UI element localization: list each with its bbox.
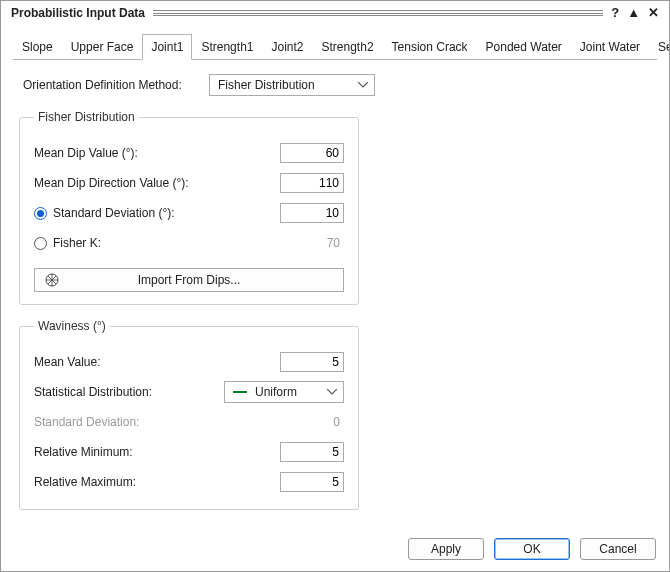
waviness-group-legend: Waviness (°) (34, 319, 110, 333)
fisher-k-option[interactable]: Fisher K: (34, 236, 272, 250)
chevron-down-icon (358, 82, 368, 88)
tab-strip: SlopeUpper FaceJoint1Strength1Joint2Stre… (1, 28, 669, 60)
titlebar-divider (153, 10, 603, 16)
mean-dip-dir-input[interactable] (280, 173, 344, 193)
dialog-footer: Apply OK Cancel (408, 538, 656, 560)
waviness-dist-value: Uniform (255, 385, 297, 399)
mean-dip-input[interactable] (280, 143, 344, 163)
waviness-group: Waviness (°) Mean Value: Statistical Dis… (19, 319, 359, 510)
fisher-group-legend: Fisher Distribution (34, 110, 139, 124)
tab-strength2[interactable]: Strength2 (313, 34, 383, 60)
waviness-relmin-label: Relative Minimum: (34, 445, 272, 459)
orientation-method-value: Fisher Distribution (218, 78, 315, 92)
apply-button[interactable]: Apply (408, 538, 484, 560)
window-title: Probabilistic Input Data (11, 6, 145, 20)
tab-joint-water[interactable]: Joint Water (571, 34, 649, 60)
import-from-dips-button[interactable]: Import From Dips... (34, 268, 344, 292)
tab-tension-crack[interactable]: Tension Crack (383, 34, 477, 60)
uniform-swatch-icon (233, 391, 247, 393)
waviness-relmax-input[interactable] (280, 472, 344, 492)
dips-icon (45, 273, 59, 287)
waviness-mean-input[interactable] (280, 352, 344, 372)
std-dev-radio-icon (34, 207, 47, 220)
waviness-dist-label: Statistical Distribution: (34, 385, 216, 399)
orientation-method-label: Orientation Definition Method: (19, 78, 209, 92)
tab-joint2[interactable]: Joint2 (262, 34, 312, 60)
ok-button[interactable]: OK (494, 538, 570, 560)
fisher-k-radio-icon (34, 237, 47, 250)
tab-strength1[interactable]: Strength1 (192, 34, 262, 60)
chevron-down-icon (327, 389, 337, 395)
tab-joint1[interactable]: Joint1 (142, 34, 192, 60)
fisher-k-value: 70 (280, 236, 344, 250)
cancel-button[interactable]: Cancel (580, 538, 656, 560)
tab-seismic[interactable]: Seismic (649, 34, 670, 60)
waviness-relmax-label: Relative Maximum: (34, 475, 272, 489)
orientation-method-combo[interactable]: Fisher Distribution (209, 74, 375, 96)
collapse-icon[interactable]: ▲ (627, 5, 640, 20)
help-icon[interactable]: ? (611, 5, 619, 20)
tab-upper-face[interactable]: Upper Face (62, 34, 143, 60)
waviness-std-label: Standard Deviation: (34, 415, 272, 429)
titlebar: Probabilistic Input Data ? ▲ ✕ (1, 1, 669, 28)
close-icon[interactable]: ✕ (648, 5, 659, 20)
import-from-dips-label: Import From Dips... (138, 273, 241, 287)
std-dev-label: Standard Deviation (°): (53, 206, 175, 220)
std-dev-input[interactable] (280, 203, 344, 223)
tab-ponded-water[interactable]: Ponded Water (477, 34, 571, 60)
mean-dip-dir-label: Mean Dip Direction Value (°): (34, 176, 272, 190)
fisher-k-label: Fisher K: (53, 236, 101, 250)
mean-dip-label: Mean Dip Value (°): (34, 146, 272, 160)
std-dev-option[interactable]: Standard Deviation (°): (34, 206, 272, 220)
waviness-mean-label: Mean Value: (34, 355, 272, 369)
waviness-dist-combo[interactable]: Uniform (224, 381, 344, 403)
waviness-relmin-input[interactable] (280, 442, 344, 462)
waviness-std-value: 0 (280, 415, 344, 429)
tab-slope[interactable]: Slope (13, 34, 62, 60)
tab-content-joint1: Orientation Definition Method: Fisher Di… (13, 59, 657, 534)
fisher-distribution-group: Fisher Distribution Mean Dip Value (°): … (19, 110, 359, 305)
